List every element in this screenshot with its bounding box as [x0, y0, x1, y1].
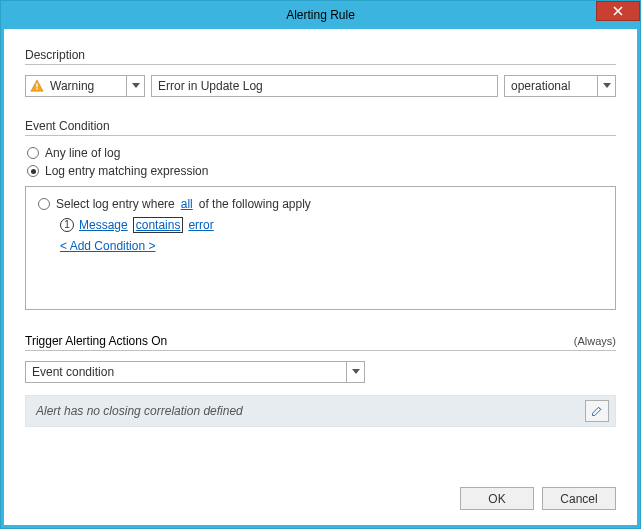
expression-box: Select log entry where all of the follow…	[25, 186, 616, 310]
close-button[interactable]	[596, 1, 640, 21]
log-type-value: operational	[505, 79, 597, 93]
dialog-window: Alerting Rule Description Warning Error …	[0, 0, 641, 529]
description-row: Warning Error in Update Log operational	[25, 75, 616, 97]
dropdown-arrow	[346, 362, 364, 382]
warning-icon	[30, 79, 44, 93]
svg-rect-1	[36, 88, 37, 89]
expression-group-radio[interactable]	[38, 198, 50, 210]
condition-operator-link[interactable]: contains	[133, 217, 184, 233]
expression-header: Select log entry where all of the follow…	[38, 197, 603, 211]
radio-any-label: Any line of log	[45, 146, 120, 160]
dialog-content: Description Warning Error in Update Log …	[5, 30, 636, 524]
severity-value: Warning	[44, 79, 126, 93]
ok-label: OK	[488, 492, 505, 506]
condition-row: 1 Message contains error	[60, 217, 603, 233]
dropdown-arrow	[126, 76, 144, 96]
edit-correlation-button[interactable]	[585, 400, 609, 422]
condition-value-link[interactable]: error	[188, 218, 213, 232]
trigger-header: Trigger Alerting Actions On	[25, 334, 167, 348]
always-label: (Always)	[574, 335, 616, 347]
pencil-icon	[591, 405, 603, 417]
ok-button[interactable]: OK	[460, 487, 534, 510]
close-icon	[613, 6, 623, 16]
dropdown-arrow	[597, 76, 615, 96]
quantifier-link[interactable]: all	[181, 197, 193, 211]
trigger-header-row: Trigger Alerting Actions On (Always)	[25, 334, 616, 351]
cancel-button[interactable]: Cancel	[542, 487, 616, 510]
rule-name-input[interactable]: Error in Update Log	[151, 75, 498, 97]
trigger-mode-dropdown[interactable]: Event condition	[25, 361, 365, 383]
add-condition[interactable]: < Add Condition >	[60, 239, 603, 253]
expression-prefix: Select log entry where	[56, 197, 175, 211]
description-header: Description	[25, 48, 616, 65]
titlebar: Alerting Rule	[1, 1, 640, 29]
radio-icon	[27, 147, 39, 159]
radio-matching-expression[interactable]: Log entry matching expression	[27, 164, 616, 178]
chevron-down-icon	[603, 83, 611, 89]
log-type-dropdown[interactable]: operational	[504, 75, 616, 97]
event-condition-header: Event Condition	[25, 119, 616, 136]
chevron-down-icon	[132, 83, 140, 89]
svg-rect-0	[36, 83, 37, 87]
expression-suffix: of the following apply	[199, 197, 311, 211]
trigger-mode-value: Event condition	[26, 365, 346, 379]
trigger-row: Event condition	[25, 361, 616, 383]
rule-name-value: Error in Update Log	[158, 79, 263, 93]
dialog-footer: OK Cancel	[460, 487, 616, 510]
cancel-label: Cancel	[560, 492, 597, 506]
correlation-box: Alert has no closing correlation defined	[25, 395, 616, 427]
radio-expr-label: Log entry matching expression	[45, 164, 208, 178]
chevron-down-icon	[352, 369, 360, 375]
severity-dropdown[interactable]: Warning	[25, 75, 145, 97]
radio-icon-selected	[27, 165, 39, 177]
condition-field-link[interactable]: Message	[79, 218, 128, 232]
window-title: Alerting Rule	[286, 8, 355, 22]
condition-number: 1	[60, 218, 74, 232]
add-condition-label: < Add Condition >	[60, 239, 155, 253]
correlation-message: Alert has no closing correlation defined	[36, 404, 585, 418]
radio-any-line[interactable]: Any line of log	[27, 146, 616, 160]
